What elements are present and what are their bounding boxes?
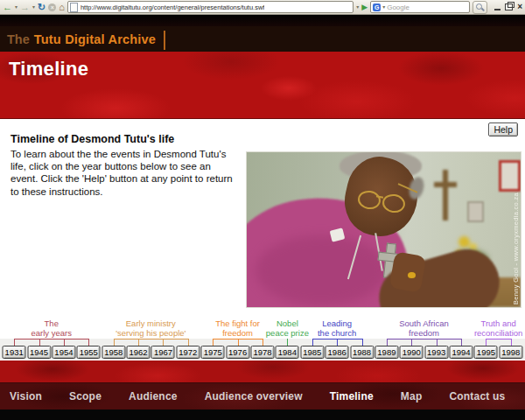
- year-button-1958[interactable]: 1958: [102, 346, 125, 359]
- wall-cross-arm: [434, 182, 457, 187]
- main-content: Help Timeline of Desmond Tutu's life To …: [0, 119, 525, 360]
- year-button-1962[interactable]: 1962: [127, 346, 150, 359]
- year-button-1955[interactable]: 1955: [77, 346, 101, 359]
- reload-icon[interactable]: ↻: [38, 3, 46, 12]
- url-bar[interactable]: http://www.digitaltutu.org/content/gener…: [67, 1, 354, 13]
- url-text[interactable]: http://www.digitaltutu.org/content/gener…: [80, 4, 265, 11]
- timeline-tick: [312, 339, 313, 346]
- timeline-tick: [387, 339, 388, 346]
- timeline-tick: [114, 339, 115, 346]
- content-heading: Timeline of Desmond Tutu's life: [10, 133, 174, 145]
- timeline-tick: [486, 339, 486, 346]
- back-dropdown-icon[interactable]: ▾: [15, 4, 18, 10]
- timeline-tick: [88, 339, 89, 346]
- timeline-group-label: The fight forfreedom: [215, 318, 260, 338]
- header-divider: [164, 31, 165, 50]
- magnifier-handle: [481, 7, 485, 10]
- nav-item-timeline[interactable]: Timeline: [330, 390, 374, 402]
- year-button-1994[interactable]: 1994: [450, 346, 473, 359]
- timeline-tick: [337, 339, 338, 346]
- timeline-tick: [238, 339, 239, 346]
- timeline-bracket: [114, 339, 188, 340]
- timeline-group-label: Truth andreconciliation: [474, 318, 522, 338]
- timeline-group-label: Theearly years: [32, 318, 72, 338]
- timeline-tick: [163, 339, 164, 346]
- close-icon[interactable]: ×: [517, 3, 522, 11]
- site-header: The Tutu Digital Archive: [0, 26, 525, 52]
- home-icon[interactable]: ⌂: [59, 3, 65, 12]
- year-button-1986[interactable]: 1986: [326, 346, 349, 359]
- timeline-group-label: Nobelpeace prize: [266, 318, 309, 338]
- timeline-tick: [511, 339, 512, 346]
- year-button-1975[interactable]: 1975: [201, 346, 225, 359]
- page-banner: Timeline: [0, 52, 525, 119]
- wall-cross: [443, 170, 448, 220]
- browser-toolbar: ← ▾ → ▾ ↻ × ⌂ http://www.digitaltutu.org…: [0, 0, 525, 15]
- year-button-1989[interactable]: 1989: [374, 346, 398, 359]
- year-button-1972[interactable]: 1972: [176, 346, 200, 359]
- year-button-1945[interactable]: 1945: [27, 346, 51, 359]
- timeline-tick: [461, 339, 462, 346]
- gold-ring: [408, 272, 416, 278]
- restore-icon[interactable]: [505, 4, 513, 10]
- timeline-tick: [138, 339, 139, 346]
- back-icon[interactable]: ←: [3, 3, 12, 12]
- google-logo-icon[interactable]: G: [373, 4, 381, 11]
- year-button-1976[interactable]: 1976: [226, 346, 249, 359]
- picture-frame: [467, 201, 484, 222]
- page-icon: [70, 3, 78, 12]
- timeline-tick: [64, 339, 65, 346]
- timeline-tick: [437, 339, 438, 346]
- search-dropdown-icon[interactable]: ▾: [382, 4, 385, 10]
- picture-frame: [499, 160, 521, 192]
- timeline-tick: [213, 339, 214, 346]
- bottom-black-strip: [0, 410, 525, 420]
- forward-icon[interactable]: →: [20, 3, 30, 12]
- shirt-shading: [256, 235, 387, 305]
- hand: [389, 251, 427, 293]
- timeline-tick: [188, 339, 189, 346]
- help-button[interactable]: Help: [488, 122, 518, 136]
- flowers: [458, 236, 470, 248]
- instructions-text: To learn about the the events in Desmond…: [10, 148, 240, 198]
- year-button-1954[interactable]: 1954: [52, 346, 75, 359]
- year-button-1990[interactable]: 1990: [400, 346, 424, 359]
- timeline: Theearly years1931194519541955Early mini…: [0, 310, 525, 360]
- window-controls: ×: [494, 3, 522, 11]
- year-button-1984[interactable]: 1984: [276, 346, 299, 359]
- nav-item-scope[interactable]: Scope: [69, 390, 102, 402]
- tutu-photo: Benny Gool - www.oryxmedia.co.za: [246, 151, 522, 308]
- red-divider-strip: [0, 360, 525, 382]
- timeline-tick: [362, 339, 363, 346]
- search-input[interactable]: G ▾ Google: [370, 1, 470, 13]
- minimize-icon[interactable]: [494, 9, 500, 10]
- timeline-bracket: [387, 339, 461, 340]
- timeline-bracket: [14, 339, 88, 340]
- timeline-tick: [287, 339, 288, 346]
- nav-item-contact-us[interactable]: Contact us: [449, 390, 505, 402]
- year-button-1978[interactable]: 1978: [251, 346, 275, 359]
- nav-item-audience[interactable]: Audience: [129, 390, 178, 402]
- timeline-group-label: Early ministry'serving his people': [116, 318, 186, 338]
- year-button-1998[interactable]: 1998: [499, 346, 522, 359]
- timeline-tick: [411, 339, 412, 346]
- nav-item-map[interactable]: Map: [401, 390, 423, 402]
- timeline-tick: [262, 339, 263, 346]
- page-background-gap: [0, 15, 525, 26]
- year-button-1967[interactable]: 1967: [151, 346, 175, 359]
- nav-item-vision[interactable]: Vision: [10, 390, 42, 402]
- photo-credit: Benny Gool - www.oryxmedia.co.za: [511, 192, 521, 305]
- stop-icon[interactable]: ×: [48, 4, 56, 11]
- go-icon[interactable]: ▶: [361, 4, 368, 11]
- forward-dropdown-icon[interactable]: ▾: [32, 4, 35, 10]
- search-icon[interactable]: [472, 1, 487, 14]
- url-dropdown-icon[interactable]: ▾: [356, 4, 359, 10]
- nav-item-audience-overview[interactable]: Audience overview: [205, 390, 303, 402]
- year-button-1995[interactable]: 1995: [474, 346, 498, 359]
- year-button-1985[interactable]: 1985: [300, 346, 324, 359]
- search-placeholder: Google: [387, 4, 410, 11]
- year-button-1988[interactable]: 1988: [350, 346, 374, 359]
- footer-nav: Vision Scope Audience Audience overview …: [0, 382, 525, 410]
- year-button-1931[interactable]: 1931: [3, 346, 26, 359]
- year-button-1993[interactable]: 1993: [424, 346, 448, 359]
